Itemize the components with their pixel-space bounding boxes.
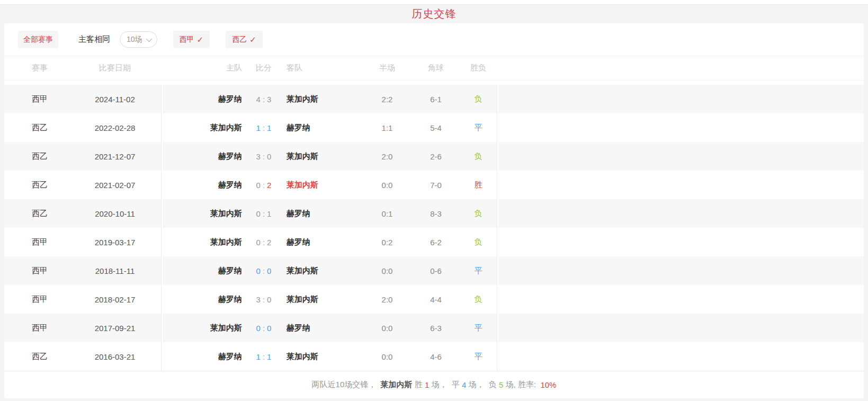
- header-result: 胜负: [468, 63, 489, 73]
- league-cell: 西甲: [32, 295, 69, 305]
- corner-cell: 4-6: [404, 352, 468, 361]
- half-score-cell: 2:2: [370, 95, 404, 104]
- score-cell: 4:3: [242, 95, 285, 104]
- table-row: 西甲 2018-02-17 赫罗纳 3:0 莱加内斯 2:0 4-4 负: [4, 285, 864, 314]
- date-cell: 2020-10-11: [69, 209, 161, 218]
- date-cell: 2019-03-17: [69, 238, 161, 247]
- half-score-cell: 0:0: [370, 352, 404, 361]
- chevron-down-icon: [146, 35, 151, 41]
- home-away-same-label[interactable]: 主客相同: [78, 34, 110, 44]
- summary-text: 场，: [429, 380, 452, 390]
- home-team: 赫罗纳: [163, 180, 242, 190]
- history-card: 全部赛事 主客相同 10场 西甲 ✓ 西乙 ✓ 赛事 比赛日期 主队 比分 客队…: [4, 23, 864, 398]
- all-matches-label: 全部赛事: [23, 35, 53, 44]
- table-row: 西乙 2016-03-21 赫罗纳 1:1 莱加内斯 0:0 4-6 平: [4, 342, 864, 371]
- corner-cell: 6-1: [404, 95, 468, 104]
- half-score-cell: 0:2: [370, 238, 404, 247]
- top-divider: [0, 0, 868, 5]
- score-cell: 1:1: [242, 123, 285, 132]
- score-cell: 3:0: [242, 295, 285, 304]
- result-badge: 平: [468, 352, 489, 362]
- date-cell: 2018-02-17: [69, 295, 161, 304]
- summary-text: 负: [489, 380, 499, 390]
- filter-league-laliga[interactable]: 西甲 ✓: [173, 31, 210, 48]
- summary-team-name: 莱加内斯: [381, 380, 413, 390]
- summary-text: 场,: [503, 380, 518, 390]
- result-badge: 胜: [468, 180, 489, 190]
- away-team: 赫罗纳: [285, 323, 370, 333]
- score-cell: 0:2: [242, 238, 285, 247]
- home-team: 莱加内斯: [163, 209, 242, 219]
- half-score-cell: 0:1: [370, 209, 404, 218]
- title-band: 历史交锋: [0, 5, 868, 23]
- result-badge: 负: [468, 94, 489, 104]
- result-badge: 平: [468, 123, 489, 133]
- header-league: 赛事: [32, 63, 69, 73]
- summary-text: 场，: [466, 380, 489, 390]
- header-score: 比分: [242, 63, 285, 73]
- date-cell: 2016-03-21: [69, 352, 161, 361]
- date-cell: 2021-02-07: [69, 181, 161, 190]
- half-score-cell: 2:0: [370, 152, 404, 161]
- league-cell: 西乙: [32, 180, 69, 190]
- away-team: 莱加内斯: [285, 295, 370, 305]
- table-row: 西乙 2020-10-11 莱加内斯 0:1 赫罗纳 0:1 8-3 负: [4, 199, 864, 228]
- result-badge: 负: [468, 209, 489, 219]
- summary-footer: 两队近10场交锋， 莱加内斯 胜 1 场， 平 4 场， 负 5 场, 胜率: …: [4, 371, 864, 398]
- home-team: 赫罗纳: [163, 352, 242, 362]
- league-cell: 西乙: [32, 152, 69, 162]
- check-icon: ✓: [249, 35, 256, 44]
- table-row: 西乙 2022-02-28 莱加内斯 1:1 赫罗纳 1:1 5-4 平: [4, 113, 864, 142]
- score-cell: 1:1: [242, 352, 285, 361]
- summary-win-count: 1: [425, 380, 429, 389]
- header-home: 主队: [163, 63, 242, 73]
- score-cell: 0:0: [242, 324, 285, 333]
- corner-cell: 7-0: [404, 181, 468, 190]
- half-score-cell: 0:0: [370, 181, 404, 190]
- summary-draw-count: 4: [462, 380, 466, 389]
- league-cell: 西乙: [32, 209, 69, 219]
- filter-league-laliga2[interactable]: 西乙 ✓: [226, 31, 263, 48]
- away-team: 莱加内斯: [285, 180, 370, 190]
- page-title: 历史交锋: [412, 7, 457, 21]
- score-cell: 3:0: [242, 152, 285, 161]
- home-team: 赫罗纳: [163, 94, 242, 104]
- away-team: 莱加内斯: [285, 152, 370, 162]
- result-badge: 负: [468, 295, 489, 305]
- home-team: 莱加内斯: [163, 323, 242, 333]
- home-team: 赫罗纳: [163, 295, 242, 305]
- corner-cell: 6-3: [404, 324, 468, 333]
- away-team: 赫罗纳: [285, 123, 370, 133]
- result-badge: 平: [468, 323, 489, 333]
- summary-loss-count: 5: [499, 380, 503, 389]
- half-score-cell: 1:1: [370, 123, 404, 132]
- result-badge: 负: [468, 237, 489, 247]
- league-cell: 西乙: [32, 352, 69, 362]
- home-team: 赫罗纳: [163, 152, 242, 162]
- league-cell: 西甲: [32, 237, 69, 247]
- header-away: 客队: [285, 63, 370, 73]
- home-team: 莱加内斯: [163, 237, 242, 247]
- table-row: 西乙 2021-02-07 赫罗纳 0:2 莱加内斯 0:0 7-0 胜: [4, 171, 864, 199]
- all-matches-button[interactable]: 全部赛事: [18, 31, 58, 48]
- half-score-cell: 0:0: [370, 324, 404, 333]
- header-date: 比赛日期: [69, 63, 161, 73]
- table-row: 西甲 2018-11-11 赫罗纳 0:0 莱加内斯 0:0 0-6 平: [4, 256, 864, 285]
- header-half: 半场: [370, 63, 404, 73]
- table-header: 赛事 比赛日期 主队 比分 客队 半场 角球 胜负: [4, 56, 864, 81]
- away-team: 赫罗纳: [285, 237, 370, 247]
- summary-text: 两队近10场交锋，: [312, 380, 381, 390]
- corner-cell: 6-2: [404, 238, 468, 247]
- match-count-dropdown[interactable]: 10场: [120, 31, 157, 48]
- date-cell: 2018-11-11: [69, 266, 161, 275]
- table-row: 西甲 2017-09-21 莱加内斯 0:0 赫罗纳 0:0 6-3 平: [4, 314, 864, 342]
- corner-cell: 8-3: [404, 209, 468, 218]
- score-cell: 0:2: [242, 181, 285, 190]
- half-score-cell: 2:0: [370, 295, 404, 304]
- league-laliga2-label: 西乙: [232, 35, 247, 44]
- date-cell: 2017-09-21: [69, 324, 161, 333]
- away-team: 莱加内斯: [285, 94, 370, 104]
- home-team: 莱加内斯: [163, 123, 242, 133]
- date-cell: 2021-12-07: [69, 152, 161, 161]
- match-count-value: 10场: [127, 35, 142, 44]
